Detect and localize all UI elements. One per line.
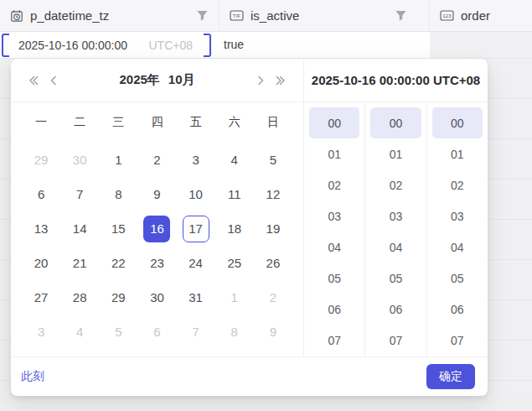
date-cell-8[interactable]: 8 [215, 315, 254, 349]
year-label[interactable]: 2025年 [119, 72, 159, 88]
date-cell-18[interactable]: 18 [215, 211, 254, 246]
date-cell-1[interactable]: 1 [99, 143, 137, 177]
date-cell-7[interactable]: 7 [60, 177, 99, 211]
minute-option-02[interactable]: 02 [370, 169, 421, 200]
date-cell-9[interactable]: 9 [137, 177, 176, 211]
date-cell-24[interactable]: 24 [177, 246, 215, 280]
date-cell-21[interactable]: 21 [60, 246, 99, 280]
weekday-label: 五 [177, 115, 215, 130]
hour-option-04[interactable]: 04 [309, 232, 359, 263]
minute-option-07[interactable]: 07 [370, 325, 421, 356]
column-header-p-datetime-tz[interactable]: p_datetime_tz [0, 0, 220, 31]
hour-option-03[interactable]: 03 [309, 200, 359, 232]
date-cell-22[interactable]: 22 [99, 246, 137, 280]
hour-option-01[interactable]: 01 [309, 138, 359, 169]
date-cell-27[interactable]: 27 [22, 280, 60, 315]
date-number: 6 [143, 319, 170, 346]
focus-border-left [2, 34, 9, 57]
date-number: 3 [28, 319, 54, 346]
filter-icon[interactable] [196, 9, 209, 22]
minute-option-00[interactable]: 00 [370, 107, 421, 138]
month-label[interactable]: 10月 [168, 72, 195, 88]
date-cell-2[interactable]: 2 [137, 143, 176, 177]
number-icon: 123 [440, 9, 454, 22]
date-cell-29[interactable]: 29 [22, 143, 60, 177]
time-column-hour: 000102030405060708 [304, 102, 364, 356]
date-cell-25[interactable]: 25 [215, 246, 254, 280]
date-cell-6[interactable]: 6 [22, 177, 60, 211]
date-number: 13 [28, 216, 54, 242]
date-cell-9[interactable]: 9 [254, 315, 292, 349]
hour-option-02[interactable]: 02 [309, 169, 359, 200]
prev-year-button[interactable] [26, 73, 41, 88]
date-cell-1[interactable]: 1 [215, 280, 254, 315]
date-cell-11[interactable]: 11 [215, 177, 254, 211]
second-option-03[interactable]: 03 [432, 200, 483, 232]
hour-option-08[interactable]: 08 [309, 356, 359, 356]
date-number: 8 [221, 319, 248, 346]
date-cell-5[interactable]: 5 [99, 315, 137, 349]
minute-option-08[interactable]: 08 [370, 356, 421, 356]
hour-option-05[interactable]: 05 [309, 263, 359, 294]
ok-button[interactable]: 确定 [426, 364, 475, 389]
second-option-01[interactable]: 01 [432, 138, 483, 169]
datetime-cell-editor[interactable]: 2025-10-16 00:00:00 UTC+08 [2, 34, 211, 57]
minute-option-01[interactable]: 01 [370, 138, 421, 169]
date-cell-5[interactable]: 5 [254, 143, 292, 177]
date-cell-16[interactable]: 16 [137, 211, 176, 246]
order-cell[interactable] [430, 32, 532, 58]
date-cell-19[interactable]: 19 [254, 211, 292, 246]
date-number: 21 [66, 250, 93, 277]
date-cell-3[interactable]: 3 [177, 143, 215, 177]
date-cell-8[interactable]: 8 [99, 177, 137, 211]
date-cell-30[interactable]: 30 [60, 143, 99, 177]
date-cell-26[interactable]: 26 [254, 246, 292, 280]
date-cell-10[interactable]: 10 [177, 177, 215, 211]
date-cell-30[interactable]: 30 [137, 280, 176, 315]
minute-option-06[interactable]: 06 [370, 294, 421, 325]
minute-option-03[interactable]: 03 [370, 200, 421, 232]
second-option-07[interactable]: 07 [432, 325, 483, 356]
now-link[interactable]: 此刻 [21, 369, 44, 384]
second-option-05[interactable]: 05 [432, 263, 483, 294]
date-cell-3[interactable]: 3 [22, 315, 60, 349]
date-number: 5 [260, 147, 287, 174]
date-cell-23[interactable]: 23 [137, 246, 176, 280]
date-cell-7[interactable]: 7 [177, 315, 215, 349]
date-cell-15[interactable]: 15 [99, 211, 137, 246]
second-option-04[interactable]: 04 [432, 232, 483, 263]
minute-option-05[interactable]: 05 [370, 263, 421, 294]
second-option-06[interactable]: 06 [432, 294, 483, 325]
date-number: 20 [28, 250, 54, 277]
hour-option-06[interactable]: 06 [309, 294, 359, 325]
is-active-cell-value[interactable]: true [224, 32, 244, 58]
date-cell-4[interactable]: 4 [60, 315, 99, 349]
column-header-is-active[interactable]: T/F is_active [220, 0, 430, 31]
date-cell-17[interactable]: 17 [177, 211, 215, 246]
time-column-minute: 000102030405060708 [364, 102, 426, 356]
date-cell-20[interactable]: 20 [22, 246, 60, 280]
hour-option-07[interactable]: 07 [309, 325, 359, 356]
hour-option-00[interactable]: 00 [309, 107, 359, 138]
date-cell-28[interactable]: 28 [60, 280, 99, 315]
filter-icon[interactable] [395, 9, 407, 22]
column-header-order[interactable]: 123 order [430, 0, 532, 31]
date-cell-31[interactable]: 31 [177, 280, 215, 315]
next-month-button[interactable] [253, 73, 268, 88]
date-cell-2[interactable]: 2 [254, 280, 292, 315]
second-option-08[interactable]: 08 [432, 356, 483, 356]
second-option-02[interactable]: 02 [432, 169, 483, 200]
date-cell-4[interactable]: 4 [215, 143, 254, 177]
date-cell-14[interactable]: 14 [60, 211, 99, 246]
date-cell-29[interactable]: 29 [99, 280, 137, 315]
next-year-button[interactable] [273, 73, 288, 88]
weekday-label: 六 [215, 115, 254, 130]
minute-option-04[interactable]: 04 [370, 232, 421, 263]
date-cell-13[interactable]: 13 [22, 211, 60, 246]
weekday-label: 一 [22, 115, 60, 130]
date-cell-12[interactable]: 12 [254, 177, 292, 211]
prev-month-button[interactable] [46, 73, 61, 88]
second-option-00[interactable]: 00 [432, 107, 483, 138]
date-number: 17 [183, 216, 209, 242]
date-cell-6[interactable]: 6 [137, 315, 176, 349]
